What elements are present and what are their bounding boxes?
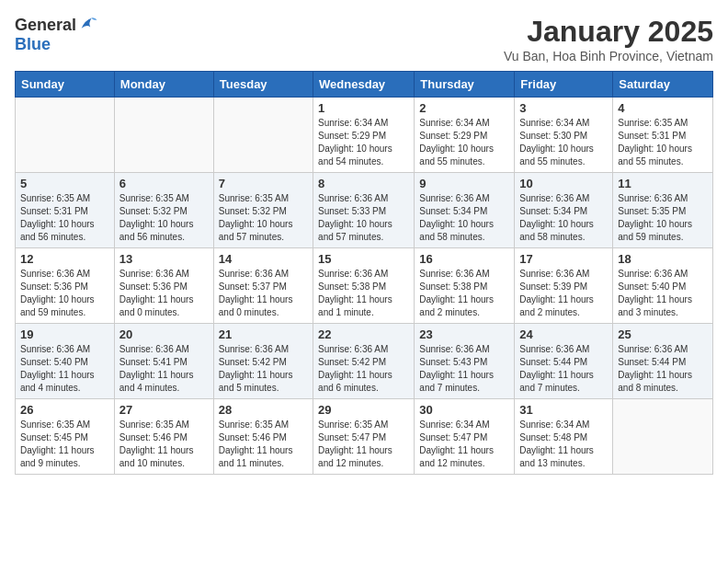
day-number: 2 xyxy=(419,101,509,115)
calendar-cell: 19Sunrise: 6:36 AM Sunset: 5:40 PM Dayli… xyxy=(16,324,115,399)
week-row-4: 19Sunrise: 6:36 AM Sunset: 5:40 PM Dayli… xyxy=(16,324,713,399)
day-info: Sunrise: 6:35 AM Sunset: 5:46 PM Dayligh… xyxy=(219,419,308,470)
day-number: 6 xyxy=(119,177,209,190)
day-info: Sunrise: 6:35 AM Sunset: 5:32 PM Dayligh… xyxy=(219,192,308,244)
calendar-cell: 14Sunrise: 6:36 AM Sunset: 5:37 PM Dayli… xyxy=(213,248,313,324)
calendar-table: SundayMondayTuesdayWednesdayThursdayFrid… xyxy=(15,71,713,475)
calendar-cell: 17Sunrise: 6:36 AM Sunset: 5:39 PM Dayli… xyxy=(515,248,613,324)
day-info: Sunrise: 6:36 AM Sunset: 5:34 PM Dayligh… xyxy=(519,192,608,244)
calendar-cell: 11Sunrise: 6:36 AM Sunset: 5:35 PM Dayli… xyxy=(613,173,713,248)
week-row-2: 5Sunrise: 6:35 AM Sunset: 5:31 PM Daylig… xyxy=(16,173,713,248)
calendar-cell: 18Sunrise: 6:36 AM Sunset: 5:40 PM Dayli… xyxy=(613,248,713,324)
day-number: 27 xyxy=(119,403,209,417)
week-row-3: 12Sunrise: 6:36 AM Sunset: 5:36 PM Dayli… xyxy=(16,248,713,324)
day-number: 28 xyxy=(219,403,308,417)
header-saturday: Saturday xyxy=(613,72,713,98)
calendar-header-row: SundayMondayTuesdayWednesdayThursdayFrid… xyxy=(16,72,713,98)
calendar-cell: 22Sunrise: 6:36 AM Sunset: 5:42 PM Dayli… xyxy=(313,324,415,399)
calendar-cell xyxy=(16,98,115,173)
calendar-cell: 21Sunrise: 6:36 AM Sunset: 5:42 PM Dayli… xyxy=(213,324,313,399)
calendar-cell: 31Sunrise: 6:34 AM Sunset: 5:48 PM Dayli… xyxy=(515,399,613,475)
day-info: Sunrise: 6:35 AM Sunset: 5:45 PM Dayligh… xyxy=(20,419,109,470)
day-info: Sunrise: 6:34 AM Sunset: 5:48 PM Dayligh… xyxy=(519,419,608,470)
header-sunday: Sunday xyxy=(16,72,115,98)
calendar-cell: 6Sunrise: 6:35 AM Sunset: 5:32 PM Daylig… xyxy=(114,173,213,248)
day-info: Sunrise: 6:35 AM Sunset: 5:47 PM Dayligh… xyxy=(318,419,409,470)
header-wednesday: Wednesday xyxy=(313,72,415,98)
day-number: 10 xyxy=(519,177,608,190)
logo-blue-text: Blue xyxy=(15,35,51,54)
day-info: Sunrise: 6:36 AM Sunset: 5:40 PM Dayligh… xyxy=(618,268,708,319)
day-info: Sunrise: 6:36 AM Sunset: 5:36 PM Dayligh… xyxy=(119,268,209,319)
day-info: Sunrise: 6:36 AM Sunset: 5:43 PM Dayligh… xyxy=(419,343,509,395)
day-number: 15 xyxy=(318,252,409,266)
day-number: 18 xyxy=(618,252,708,266)
location-subtitle: Vu Ban, Hoa Binh Province, Vietnam xyxy=(504,49,713,63)
day-info: Sunrise: 6:36 AM Sunset: 5:40 PM Dayligh… xyxy=(20,343,109,395)
day-info: Sunrise: 6:34 AM Sunset: 5:47 PM Dayligh… xyxy=(419,419,509,470)
day-number: 13 xyxy=(119,252,209,266)
day-info: Sunrise: 6:34 AM Sunset: 5:29 PM Dayligh… xyxy=(419,117,509,168)
calendar-cell xyxy=(114,98,213,173)
calendar-cell xyxy=(613,399,713,475)
page-header: General Blue January 2025 Vu Ban, Hoa Bi… xyxy=(15,15,713,63)
calendar-cell: 29Sunrise: 6:35 AM Sunset: 5:47 PM Dayli… xyxy=(313,399,415,475)
day-info: Sunrise: 6:36 AM Sunset: 5:44 PM Dayligh… xyxy=(618,343,708,395)
day-info: Sunrise: 6:36 AM Sunset: 5:35 PM Dayligh… xyxy=(618,192,708,244)
day-number: 29 xyxy=(318,403,409,417)
calendar-cell: 12Sunrise: 6:36 AM Sunset: 5:36 PM Dayli… xyxy=(16,248,115,324)
calendar-cell: 20Sunrise: 6:36 AM Sunset: 5:41 PM Dayli… xyxy=(114,324,213,399)
calendar-cell: 13Sunrise: 6:36 AM Sunset: 5:36 PM Dayli… xyxy=(114,248,213,324)
title-section: January 2025 Vu Ban, Hoa Binh Province, … xyxy=(504,15,713,63)
calendar-cell: 10Sunrise: 6:36 AM Sunset: 5:34 PM Dayli… xyxy=(515,173,613,248)
day-number: 5 xyxy=(20,177,109,190)
day-info: Sunrise: 6:36 AM Sunset: 5:33 PM Dayligh… xyxy=(318,192,409,244)
day-number: 21 xyxy=(219,327,308,341)
day-info: Sunrise: 6:35 AM Sunset: 5:46 PM Dayligh… xyxy=(119,419,209,470)
day-number: 19 xyxy=(20,327,109,341)
day-number: 12 xyxy=(20,252,109,266)
day-info: Sunrise: 6:35 AM Sunset: 5:31 PM Dayligh… xyxy=(618,117,708,168)
calendar-cell: 8Sunrise: 6:36 AM Sunset: 5:33 PM Daylig… xyxy=(313,173,415,248)
header-tuesday: Tuesday xyxy=(213,72,313,98)
calendar-cell: 23Sunrise: 6:36 AM Sunset: 5:43 PM Dayli… xyxy=(415,324,515,399)
calendar-cell: 9Sunrise: 6:36 AM Sunset: 5:34 PM Daylig… xyxy=(415,173,515,248)
day-number: 11 xyxy=(618,177,708,190)
logo: General Blue xyxy=(15,15,98,54)
day-info: Sunrise: 6:35 AM Sunset: 5:32 PM Dayligh… xyxy=(119,192,209,244)
calendar-cell: 25Sunrise: 6:36 AM Sunset: 5:44 PM Dayli… xyxy=(613,324,713,399)
day-info: Sunrise: 6:36 AM Sunset: 5:42 PM Dayligh… xyxy=(219,343,308,395)
logo-bird-icon xyxy=(78,15,98,35)
calendar-cell: 7Sunrise: 6:35 AM Sunset: 5:32 PM Daylig… xyxy=(213,173,313,248)
calendar-cell: 4Sunrise: 6:35 AM Sunset: 5:31 PM Daylig… xyxy=(613,98,713,173)
day-info: Sunrise: 6:36 AM Sunset: 5:38 PM Dayligh… xyxy=(318,268,409,319)
day-info: Sunrise: 6:36 AM Sunset: 5:44 PM Dayligh… xyxy=(519,343,608,395)
day-number: 24 xyxy=(519,327,608,341)
header-monday: Monday xyxy=(114,72,213,98)
calendar-cell: 1Sunrise: 6:34 AM Sunset: 5:29 PM Daylig… xyxy=(313,98,415,173)
calendar-cell: 26Sunrise: 6:35 AM Sunset: 5:45 PM Dayli… xyxy=(16,399,115,475)
calendar-cell: 30Sunrise: 6:34 AM Sunset: 5:47 PM Dayli… xyxy=(415,399,515,475)
day-info: Sunrise: 6:35 AM Sunset: 5:31 PM Dayligh… xyxy=(20,192,109,244)
calendar-cell: 3Sunrise: 6:34 AM Sunset: 5:30 PM Daylig… xyxy=(515,98,613,173)
day-number: 22 xyxy=(318,327,409,341)
day-number: 26 xyxy=(20,403,109,417)
calendar-cell: 16Sunrise: 6:36 AM Sunset: 5:38 PM Dayli… xyxy=(415,248,515,324)
day-number: 31 xyxy=(519,403,608,417)
day-info: Sunrise: 6:36 AM Sunset: 5:41 PM Dayligh… xyxy=(119,343,209,395)
day-info: Sunrise: 6:34 AM Sunset: 5:30 PM Dayligh… xyxy=(519,117,608,168)
header-friday: Friday xyxy=(515,72,613,98)
day-number: 3 xyxy=(519,101,608,115)
day-number: 4 xyxy=(618,101,708,115)
calendar-cell: 27Sunrise: 6:35 AM Sunset: 5:46 PM Dayli… xyxy=(114,399,213,475)
day-number: 25 xyxy=(618,327,708,341)
day-number: 30 xyxy=(419,403,509,417)
day-number: 7 xyxy=(219,177,308,190)
day-number: 23 xyxy=(419,327,509,341)
day-number: 9 xyxy=(419,177,509,190)
day-info: Sunrise: 6:36 AM Sunset: 5:34 PM Dayligh… xyxy=(419,192,509,244)
day-number: 1 xyxy=(318,101,409,115)
week-row-1: 1Sunrise: 6:34 AM Sunset: 5:29 PM Daylig… xyxy=(16,98,713,173)
month-title: January 2025 xyxy=(504,15,713,49)
calendar-cell: 2Sunrise: 6:34 AM Sunset: 5:29 PM Daylig… xyxy=(415,98,515,173)
